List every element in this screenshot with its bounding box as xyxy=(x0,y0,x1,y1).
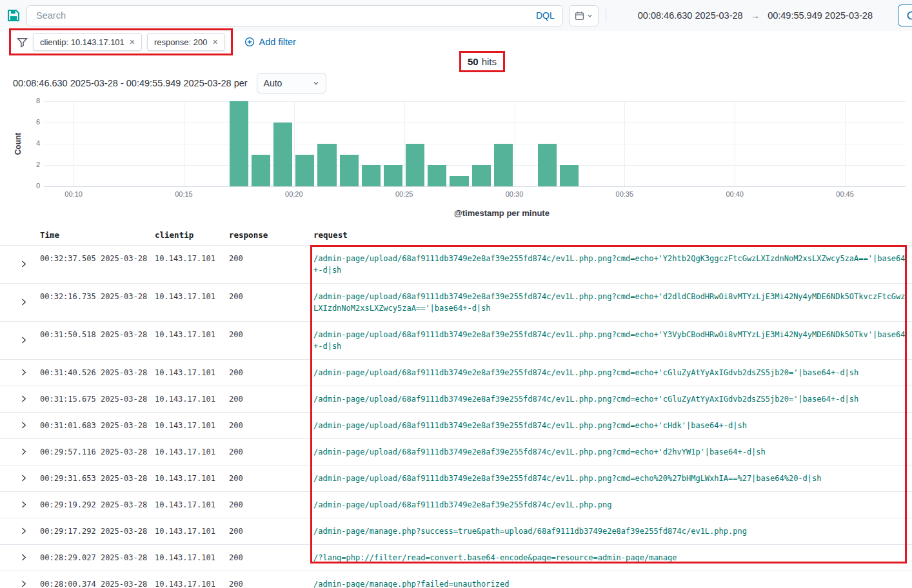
circle-plus-icon xyxy=(244,37,255,47)
x-tick-label: 00:10 xyxy=(54,190,93,198)
cell-time: 00:31:15.675 2025-03-28 xyxy=(40,386,155,412)
remove-filter-icon[interactable]: × xyxy=(212,37,217,47)
histogram-bar xyxy=(560,165,579,186)
saved-query-icon[interactable] xyxy=(6,8,21,23)
cell-response: 200 xyxy=(229,492,313,518)
expand-row-icon[interactable] xyxy=(19,298,28,307)
histogram-bar xyxy=(428,165,446,186)
cell-response: 200 xyxy=(229,545,313,571)
annotation-box-hits: 50 hits xyxy=(459,51,505,72)
refresh-query-button[interactable] xyxy=(898,5,912,26)
add-filter-button[interactable]: Add filter xyxy=(244,37,296,47)
cell-time: 00:28:29.027 2025-03-28 xyxy=(40,545,155,571)
table-row: 00:29:57.116 2025-03-28 10.143.17.101 20… xyxy=(0,438,912,465)
cell-time: 00:29:57.116 2025-03-28 xyxy=(40,439,155,465)
calendar-icon xyxy=(575,11,584,21)
cell-response: 200 xyxy=(229,322,313,359)
filter-pill-1[interactable]: response: 200 × xyxy=(147,33,225,51)
filter-pill-group: clientip: 10.143.17.101 × response: 200 … xyxy=(33,33,225,51)
cell-response: 200 xyxy=(229,466,313,491)
chevron-down-icon xyxy=(587,13,593,19)
cell-time: 00:31:01.683 2025-03-28 xyxy=(40,413,155,438)
histogram-bar xyxy=(295,155,314,187)
cell-response: 200 xyxy=(229,571,313,588)
cell-response: 200 xyxy=(229,360,313,386)
top-search-bar: DQL 00:08:46.630 2025-03-28 → 00:49:55.9… xyxy=(0,0,912,31)
header-clientip[interactable]: clientip xyxy=(155,230,229,240)
annotation-box-filters: clientip: 10.143.17.101 × response: 200 … xyxy=(9,28,233,55)
cell-response: 200 xyxy=(229,439,313,465)
table-row: 00:31:15.675 2025-03-28 10.143.17.101 20… xyxy=(0,386,912,412)
cell-response: 200 xyxy=(229,518,313,544)
y-tick-label: 0 xyxy=(26,182,40,190)
header-time[interactable]: Time xyxy=(40,230,155,240)
y-tick-label: 4 xyxy=(26,139,40,147)
table-row: 00:29:19.292 2025-03-28 10.143.17.101 20… xyxy=(0,491,912,518)
cell-time: 00:29:31.653 2025-03-28 xyxy=(40,466,155,491)
expand-row-icon[interactable] xyxy=(19,336,28,345)
expand-row-icon[interactable] xyxy=(19,474,28,483)
search-input[interactable] xyxy=(35,10,531,21)
cell-response: 200 xyxy=(229,386,313,412)
x-tick-label: 00:25 xyxy=(385,190,424,198)
filter-bar: clientip: 10.143.17.101 × response: 200 … xyxy=(9,28,296,55)
cell-response: 200 xyxy=(229,246,313,283)
header-response[interactable]: response xyxy=(229,230,313,240)
cell-time: 00:29:17.292 2025-03-28 xyxy=(40,518,155,544)
time-range-label: 00:08:46.630 2025-03-28 - 00:49:55.949 2… xyxy=(13,78,248,88)
expand-row-icon[interactable] xyxy=(19,260,28,269)
cell-response: 200 xyxy=(229,413,313,438)
interval-select[interactable]: Auto xyxy=(257,73,326,93)
y-tick-label: 6 xyxy=(26,118,40,126)
x-tick-label: 00:40 xyxy=(715,190,754,198)
cell-clientip: 10.143.17.101 xyxy=(155,492,229,518)
expand-row-icon[interactable] xyxy=(19,553,28,562)
cell-clientip: 10.143.17.101 xyxy=(155,518,229,544)
cell-request: /admin-page/upload/68af9111db3749e2e8af3… xyxy=(313,322,907,359)
date-range-end[interactable]: 00:49:55.949 2025-03-28 xyxy=(768,10,873,21)
histogram-bar xyxy=(252,155,270,187)
x-tick-label: 00:15 xyxy=(164,190,203,198)
cell-request: /admin-page/upload/68af9111db3749e2e8af3… xyxy=(313,284,907,321)
range-arrow-icon: → xyxy=(751,10,760,21)
expand-row-icon[interactable] xyxy=(19,421,28,430)
expand-row-icon[interactable] xyxy=(19,447,28,456)
histogram-bar xyxy=(340,155,359,187)
y-tick-label: 2 xyxy=(26,161,40,168)
filter-pill-0[interactable]: clientip: 10.143.17.101 × xyxy=(33,33,142,51)
histogram-bar xyxy=(317,144,336,186)
cell-request: /admin-page/manage.php?success=true&path… xyxy=(313,518,907,544)
remove-filter-icon[interactable]: × xyxy=(130,37,135,47)
doc-table-body: 00:32:37.505 2025-03-28 10.143.17.101 20… xyxy=(0,245,912,588)
cell-clientip: 10.143.17.101 xyxy=(155,545,229,571)
date-range-start[interactable]: 00:08:46.630 2025-03-28 xyxy=(638,10,743,21)
expand-row-icon[interactable] xyxy=(19,395,28,404)
histogram-bar xyxy=(362,165,381,186)
date-range-display[interactable]: 00:08:46.630 2025-03-28 → 00:49:55.949 2… xyxy=(613,10,892,21)
datepicker-quick-select-button[interactable] xyxy=(569,5,599,26)
x-axis-title: @timestamp per minute xyxy=(454,208,550,218)
histogram-bar xyxy=(384,165,402,186)
filter-funnel-icon[interactable] xyxy=(17,37,28,48)
y-axis-title: Count xyxy=(14,130,23,158)
table-row: 00:32:16.735 2025-03-28 10.143.17.101 20… xyxy=(0,283,912,321)
cell-clientip: 10.143.17.101 xyxy=(155,322,229,359)
cell-time: 00:32:37.505 2025-03-28 xyxy=(40,246,155,283)
expand-row-icon[interactable] xyxy=(19,500,28,509)
x-tick-label: 00:35 xyxy=(605,190,644,198)
cell-time: 00:32:16.735 2025-03-28 xyxy=(40,284,155,321)
header-request[interactable]: request xyxy=(313,230,907,240)
cell-clientip: 10.143.17.101 xyxy=(155,386,229,412)
query-language-button[interactable]: DQL xyxy=(531,10,555,21)
cell-request: /admin-page/upload/68af9111db3749e2e8af3… xyxy=(313,386,907,412)
cell-time: 00:28:00.374 2025-03-28 xyxy=(40,571,155,588)
expand-row-icon[interactable] xyxy=(19,580,28,588)
cell-request: /admin-page/upload/68af9111db3749e2e8af3… xyxy=(313,439,907,465)
histogram-bar xyxy=(273,122,292,186)
expand-row-icon[interactable] xyxy=(19,368,28,377)
cell-request: /admin-page/upload/68af9111db3749e2e8af3… xyxy=(313,492,907,518)
table-row: 00:31:40.526 2025-03-28 10.143.17.101 20… xyxy=(0,359,912,386)
cell-time: 00:29:19.292 2025-03-28 xyxy=(40,492,155,518)
table-row: 00:28:29.027 2025-03-28 10.143.17.101 20… xyxy=(0,544,912,571)
expand-row-icon[interactable] xyxy=(19,527,28,536)
